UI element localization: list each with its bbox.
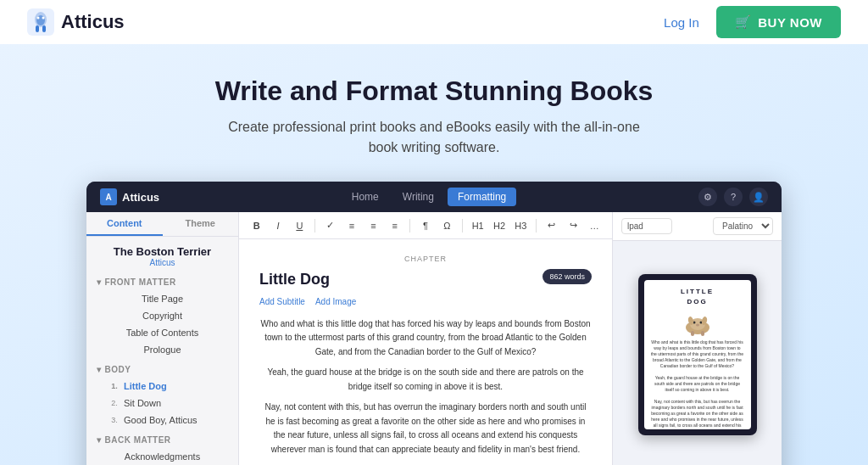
sidebar-front-matter-section: ▾ Front Matter Title Page Copyright Tabl… [86,272,238,360]
app-sidebar: Content Theme The Boston Terrier Atticus… [86,212,239,465]
help-icon[interactable]: ? [724,188,743,206]
editor-area: Chapter Little Dog 862 words Add Subtitl… [239,239,612,465]
logo-icon [27,8,54,36]
sidebar-book-author: Atticus [97,258,228,267]
sidebar-item-copyright[interactable]: Copyright [97,307,228,324]
app-logo-icon-small: A [100,188,117,205]
chapter-actions: Add Subtitle Add Image [259,295,592,309]
sidebar-book-title-area: The Boston Terrier Atticus [86,237,238,272]
underline-button[interactable]: U [291,216,309,235]
hero-subtitle: Create professional print books and eBoo… [214,117,654,158]
editor-toolbar: B I U ✓ ≡ ≡ ≡ ¶ Ω H1 H2 H3 [239,212,612,239]
app-topbar: A Atticus Home Writing Formatting ⚙ ? 👤 [86,182,782,212]
bold-button[interactable]: B [248,216,265,235]
chevron-down-icon: ▾ [97,277,102,287]
align-center-button[interactable]: ≡ [364,216,382,235]
check-button[interactable]: ✓ [321,216,339,235]
app-window: A Atticus Home Writing Formatting ⚙ ? 👤 [86,182,782,465]
redo-button[interactable]: ↪ [564,216,581,235]
navbar: Atticus Log In 🛒 BUY NOW [0,0,868,44]
svg-point-6 [42,17,45,20]
sidebar-item-toc[interactable]: Table of Contents [97,324,228,341]
app-logo-area: A Atticus [100,188,159,205]
logo-text: Atticus [61,11,125,33]
word-count-badge: 862 words [542,269,592,284]
tab-formatting[interactable]: Formatting [448,188,516,206]
app-mockup: A Atticus Home Writing Formatting ⚙ ? 👤 [86,182,782,465]
add-subtitle-link[interactable]: Add Subtitle [259,295,305,309]
dog-illustration [682,311,713,336]
sidebar-body-header: ▾ Body [97,365,228,374]
font-input[interactable] [621,218,672,234]
svg-rect-14 [691,331,694,336]
sidebar-item-acknowledgments[interactable]: Acknowledgments [97,448,228,465]
sidebar-item-sit-down[interactable]: 2. Sit Down [97,395,228,412]
editor-para-1: Who and what is this little dog that has… [259,317,592,360]
sidebar-tab-theme[interactable]: Theme [163,212,239,236]
font-select[interactable]: Palatino [713,217,773,235]
nav-right: Log In 🛒 BUY NOW [664,6,841,38]
align-left-button[interactable]: ≡ [342,216,360,235]
svg-point-11 [696,323,699,326]
sidebar-item-title-page[interactable]: Title Page [97,290,228,307]
device-screen: LITTLE DOG [644,280,751,429]
sidebar-tabs: Content Theme [86,212,238,237]
tab-home[interactable]: Home [342,188,389,206]
tab-writing[interactable]: Writing [392,188,444,206]
toolbar-separator-2 [409,219,410,232]
device-book-text: Who and what is this little dog that has… [651,339,744,429]
chapter-title[interactable]: Little Dog [259,267,330,292]
chevron-down-icon: ▾ [97,435,102,445]
app-body: Content Theme The Boston Terrier Atticus… [86,212,782,465]
logo: Atticus [27,8,125,36]
preview-device-area: LITTLE DOG [613,241,782,465]
toolbar-separator-3 [462,219,463,232]
buy-icon: 🛒 [735,14,752,30]
sidebar-book-title: The Boston Terrier [97,245,228,258]
preview-panel: Palatino LITTLE DOG [612,212,782,465]
preview-panel-top: Palatino [613,212,782,241]
svg-rect-15 [701,331,704,336]
sidebar-item-little-dog[interactable]: 1. Little Dog [97,378,228,395]
chapter-label: Chapter [259,253,592,265]
app-logo-text: Atticus [122,191,159,204]
settings-icon[interactable]: ⚙ [698,188,717,206]
align-right-button[interactable]: ≡ [386,216,403,235]
undo-button[interactable]: ↩ [542,216,560,235]
sidebar-item-good-boy[interactable]: 3. Good Boy, Atticus [97,412,228,429]
sidebar-front-matter-header: ▾ Front Matter [97,277,228,287]
buy-label: BUY NOW [758,15,822,30]
more-button[interactable]: … [586,216,604,235]
toolbar-separator-4 [536,219,537,232]
sidebar-tab-content[interactable]: Content [86,212,163,236]
h3-button[interactable]: H3 [512,216,530,235]
editor-para-3: Nay, not content with this, but has over… [259,401,592,457]
login-link[interactable]: Log In [664,15,699,30]
sidebar-body-section: ▾ Body 1. Little Dog 2. Sit Down 3. [86,360,238,430]
app-topbar-icons: ⚙ ? 👤 [698,188,768,206]
italic-button[interactable]: I [269,216,287,235]
h2-button[interactable]: H2 [490,216,508,235]
toolbar-separator-1 [314,219,315,232]
app-nav-tabs: Home Writing Formatting [342,188,517,206]
buy-now-button[interactable]: 🛒 BUY NOW [716,6,841,38]
h1-button[interactable]: H1 [469,216,487,235]
paragraph-button[interactable]: ¶ [416,216,434,235]
sidebar-back-matter-header: ▾ Back Matter [97,435,228,445]
hero-title: Write and Format Stunning Books [17,75,851,107]
sidebar-item-prologue[interactable]: Prologue [97,341,228,358]
editor-para-2: Yeah, the guard house at the bridge is o… [259,366,592,394]
svg-point-5 [37,17,40,20]
chevron-down-icon: ▾ [97,365,102,374]
app-main: B I U ✓ ≡ ≡ ≡ ¶ Ω H1 H2 H3 [239,212,612,465]
avatar-icon[interactable]: 👤 [749,188,768,206]
sidebar-back-matter-section: ▾ Back Matter Acknowledgments About Auth… [86,430,238,465]
svg-rect-4 [42,25,46,32]
symbol-button[interactable]: Ω [438,216,456,235]
device-frame: LITTLE DOG [638,274,757,435]
svg-rect-3 [36,25,39,32]
hero-section: Write and Format Stunning Books Create p… [0,44,868,465]
add-image-link[interactable]: Add Image [315,295,356,309]
editor-text: Who and what is this little dog that has… [259,317,592,465]
device-title: LITTLE [651,287,744,297]
